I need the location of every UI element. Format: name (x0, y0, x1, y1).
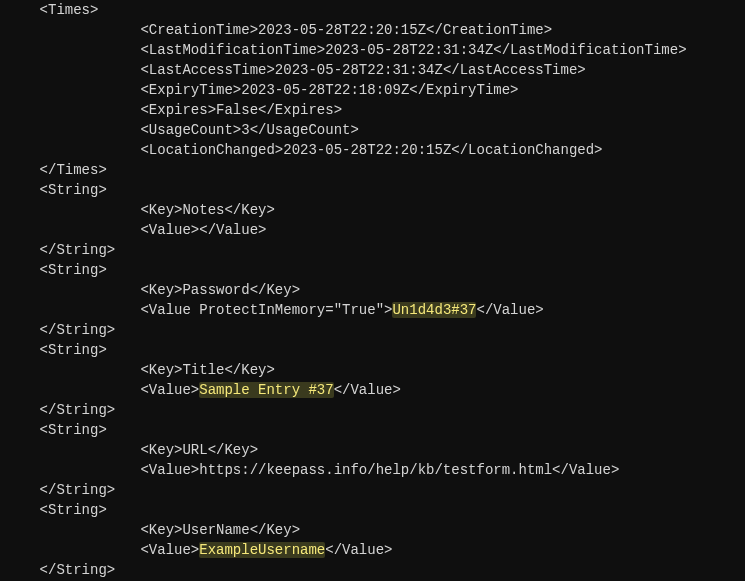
xml-tag: <LocationChanged> (140, 142, 283, 158)
xml-tag: <Expires> (140, 102, 216, 118)
xml-tag: <Key> (140, 442, 182, 458)
xml-tag: </Value> (476, 302, 543, 318)
xml-tag: </ExpiryTime> (409, 82, 518, 98)
xml-tag: </Key> (250, 522, 300, 538)
xml-tag: </LastAccessTime> (443, 62, 586, 78)
xml-code-block: <Times> <CreationTime>2023-05-28T22:20:1… (0, 0, 745, 580)
xml-tag: <String> (40, 262, 107, 278)
xml-tag: <Times> (40, 2, 99, 18)
xml-tag: <Value> (140, 382, 199, 398)
xml-tag: </LocationChanged> (451, 142, 602, 158)
xml-tag: </Key> (224, 362, 274, 378)
highlighted-value: Sample Entry #37 (199, 382, 333, 398)
highlighted-value: ExampleUsername (199, 542, 325, 558)
xml-tag: <Key> (140, 202, 182, 218)
xml-tag: <Value> (140, 542, 199, 558)
xml-tag: </Expires> (258, 102, 342, 118)
xml-tag: </Times> (40, 162, 107, 178)
xml-tag: <Key> (140, 282, 182, 298)
xml-tag: </UsageCount> (250, 122, 359, 138)
xml-tag: <Value> (140, 462, 199, 478)
xml-tag: </Key> (224, 202, 274, 218)
xml-tag: </String> (40, 482, 116, 498)
xml-tag: </Value> (334, 382, 401, 398)
xml-tag: <String> (40, 502, 107, 518)
xml-tag: </Key> (208, 442, 258, 458)
xml-tag: <ExpiryTime> (140, 82, 241, 98)
xml-tag: </String> (40, 562, 116, 578)
xml-tag: <Key> (140, 522, 182, 538)
xml-tag: </LastModificationTime> (493, 42, 686, 58)
xml-tag: <String> (40, 342, 107, 358)
xml-tag: <Key> (140, 362, 182, 378)
xml-tag: </Value> (552, 462, 619, 478)
highlighted-value: Un1d4d3#37 (392, 302, 476, 318)
xml-tag: <LastAccessTime> (140, 62, 274, 78)
xml-tag: </Value> (325, 542, 392, 558)
xml-tag: </String> (40, 322, 116, 338)
xml-tag: <UsageCount> (140, 122, 241, 138)
xml-tag: </Key> (250, 282, 300, 298)
xml-tag: </String> (40, 242, 116, 258)
xml-tag: <Value> (140, 222, 199, 238)
xml-tag: <String> (40, 182, 107, 198)
xml-tag: <String> (40, 422, 107, 438)
xml-tag: <Value ProtectInMemory="True"> (140, 302, 392, 318)
xml-tag: </CreationTime> (426, 22, 552, 38)
xml-tag: <LastModificationTime> (140, 42, 325, 58)
xml-tag: </String> (40, 402, 116, 418)
xml-tag: <CreationTime> (140, 22, 258, 38)
xml-tag: </Value> (199, 222, 266, 238)
